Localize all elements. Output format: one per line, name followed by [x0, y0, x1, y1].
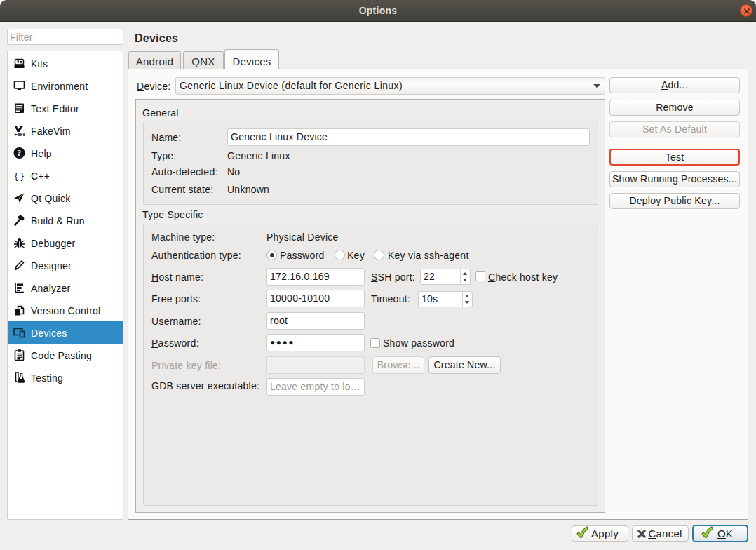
- svg-text:?: ?: [18, 149, 22, 157]
- svg-text:Fake: Fake: [15, 132, 26, 137]
- svg-text:{ }: { }: [15, 170, 24, 181]
